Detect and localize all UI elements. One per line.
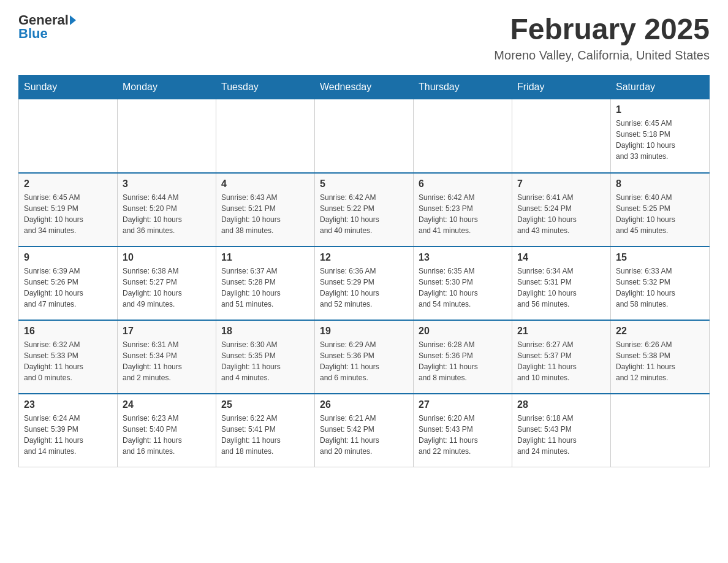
day-number: 9: [24, 252, 112, 263]
day-info: Sunrise: 6:44 AM Sunset: 5:20 PM Dayligh…: [123, 192, 211, 236]
day-info: Sunrise: 6:34 AM Sunset: 5:31 PM Dayligh…: [517, 266, 605, 310]
day-header-sunday: Sunday: [19, 75, 118, 99]
day-info: Sunrise: 6:42 AM Sunset: 5:23 PM Dayligh…: [419, 192, 507, 236]
day-number: 23: [24, 399, 112, 410]
calendar-cell: 21Sunrise: 6:27 AM Sunset: 5:37 PM Dayli…: [512, 320, 611, 394]
day-number: 6: [419, 178, 507, 190]
calendar-cell: [118, 99, 216, 173]
day-header-wednesday: Wednesday: [315, 75, 414, 99]
day-number: 2: [24, 178, 112, 190]
calendar-cell: 8Sunrise: 6:40 AM Sunset: 5:25 PM Daylig…: [611, 173, 710, 247]
calendar-cell: 16Sunrise: 6:32 AM Sunset: 5:33 PM Dayli…: [19, 320, 118, 394]
calendar-cell: 18Sunrise: 6:30 AM Sunset: 5:35 PM Dayli…: [216, 320, 315, 394]
day-number: 19: [320, 326, 408, 337]
calendar-cell: 26Sunrise: 6:21 AM Sunset: 5:42 PM Dayli…: [315, 394, 414, 467]
day-info: Sunrise: 6:18 AM Sunset: 5:43 PM Dayligh…: [517, 413, 605, 457]
day-number: 24: [123, 399, 211, 410]
calendar-cell: 12Sunrise: 6:36 AM Sunset: 5:29 PM Dayli…: [315, 247, 414, 320]
day-header-monday: Monday: [118, 75, 216, 99]
calendar-cell: 24Sunrise: 6:23 AM Sunset: 5:40 PM Dayli…: [118, 394, 216, 467]
day-number: 12: [320, 252, 408, 263]
calendar-cell: [19, 99, 118, 173]
week-row-3: 9Sunrise: 6:39 AM Sunset: 5:26 PM Daylig…: [19, 247, 710, 320]
calendar-cell: 19Sunrise: 6:29 AM Sunset: 5:36 PM Dayli…: [315, 320, 414, 394]
day-number: 26: [320, 399, 408, 410]
day-number: 25: [221, 399, 309, 410]
calendar-cell: 7Sunrise: 6:41 AM Sunset: 5:24 PM Daylig…: [512, 173, 611, 247]
day-info: Sunrise: 6:20 AM Sunset: 5:43 PM Dayligh…: [419, 413, 507, 457]
day-info: Sunrise: 6:38 AM Sunset: 5:27 PM Dayligh…: [123, 266, 211, 310]
calendar-cell: 1Sunrise: 6:45 AM Sunset: 5:18 PM Daylig…: [611, 99, 710, 173]
day-number: 21: [517, 326, 605, 337]
calendar-cell: 14Sunrise: 6:34 AM Sunset: 5:31 PM Dayli…: [512, 247, 611, 320]
day-info: Sunrise: 6:24 AM Sunset: 5:39 PM Dayligh…: [24, 413, 112, 457]
calendar-cell: 28Sunrise: 6:18 AM Sunset: 5:43 PM Dayli…: [512, 394, 611, 467]
calendar-cell: 25Sunrise: 6:22 AM Sunset: 5:41 PM Dayli…: [216, 394, 315, 467]
calendar-cell: 4Sunrise: 6:43 AM Sunset: 5:21 PM Daylig…: [216, 173, 315, 247]
month-title: February 2025: [494, 12, 710, 46]
day-info: Sunrise: 6:30 AM Sunset: 5:35 PM Dayligh…: [221, 339, 309, 383]
logo-arrow-icon: [70, 15, 76, 25]
day-number: 5: [320, 178, 408, 190]
day-headers-row: SundayMondayTuesdayWednesdayThursdayFrid…: [19, 75, 710, 99]
day-info: Sunrise: 6:29 AM Sunset: 5:36 PM Dayligh…: [320, 339, 408, 383]
day-number: 20: [419, 326, 507, 337]
day-number: 8: [616, 178, 704, 190]
day-header-friday: Friday: [512, 75, 611, 99]
calendar-cell: 10Sunrise: 6:38 AM Sunset: 5:27 PM Dayli…: [118, 247, 216, 320]
day-info: Sunrise: 6:37 AM Sunset: 5:28 PM Dayligh…: [221, 266, 309, 310]
calendar-cell: 11Sunrise: 6:37 AM Sunset: 5:28 PM Dayli…: [216, 247, 315, 320]
calendar-cell: 27Sunrise: 6:20 AM Sunset: 5:43 PM Dayli…: [414, 394, 512, 467]
day-info: Sunrise: 6:26 AM Sunset: 5:38 PM Dayligh…: [616, 339, 704, 383]
day-info: Sunrise: 6:45 AM Sunset: 5:19 PM Dayligh…: [24, 192, 112, 236]
day-number: 1: [616, 104, 704, 115]
title-area: February 2025 Moreno Valley, California,…: [494, 12, 710, 63]
calendar-cell: 5Sunrise: 6:42 AM Sunset: 5:22 PM Daylig…: [315, 173, 414, 247]
day-header-saturday: Saturday: [611, 75, 710, 99]
calendar-cell: 17Sunrise: 6:31 AM Sunset: 5:34 PM Dayli…: [118, 320, 216, 394]
day-number: 16: [24, 326, 112, 337]
day-info: Sunrise: 6:39 AM Sunset: 5:26 PM Dayligh…: [24, 266, 112, 310]
week-row-5: 23Sunrise: 6:24 AM Sunset: 5:39 PM Dayli…: [19, 394, 710, 467]
day-header-tuesday: Tuesday: [216, 75, 315, 99]
day-info: Sunrise: 6:27 AM Sunset: 5:37 PM Dayligh…: [517, 339, 605, 383]
logo-blue-text: Blue: [18, 26, 48, 42]
day-info: Sunrise: 6:41 AM Sunset: 5:24 PM Dayligh…: [517, 192, 605, 236]
calendar-cell: 13Sunrise: 6:35 AM Sunset: 5:30 PM Dayli…: [414, 247, 512, 320]
day-number: 7: [517, 178, 605, 190]
day-number: 11: [221, 252, 309, 263]
calendar-cell: 20Sunrise: 6:28 AM Sunset: 5:36 PM Dayli…: [414, 320, 512, 394]
location-title: Moreno Valley, California, United States: [494, 48, 710, 63]
week-row-4: 16Sunrise: 6:32 AM Sunset: 5:33 PM Dayli…: [19, 320, 710, 394]
day-info: Sunrise: 6:21 AM Sunset: 5:42 PM Dayligh…: [320, 413, 408, 457]
page-header: General Blue February 2025 Moreno Valley…: [18, 12, 710, 63]
day-info: Sunrise: 6:35 AM Sunset: 5:30 PM Dayligh…: [419, 266, 507, 310]
day-number: 10: [123, 252, 211, 263]
calendar-cell: 23Sunrise: 6:24 AM Sunset: 5:39 PM Dayli…: [19, 394, 118, 467]
day-info: Sunrise: 6:42 AM Sunset: 5:22 PM Dayligh…: [320, 192, 408, 236]
logo: General Blue: [18, 12, 76, 42]
calendar-cell: 2Sunrise: 6:45 AM Sunset: 5:19 PM Daylig…: [19, 173, 118, 247]
day-number: 22: [616, 326, 704, 337]
day-info: Sunrise: 6:22 AM Sunset: 5:41 PM Dayligh…: [221, 413, 309, 457]
calendar-cell: 15Sunrise: 6:33 AM Sunset: 5:32 PM Dayli…: [611, 247, 710, 320]
day-number: 28: [517, 399, 605, 410]
day-header-thursday: Thursday: [414, 75, 512, 99]
calendar-cell: [414, 99, 512, 173]
calendar-cell: [315, 99, 414, 173]
day-number: 13: [419, 252, 507, 263]
day-info: Sunrise: 6:43 AM Sunset: 5:21 PM Dayligh…: [221, 192, 309, 236]
day-number: 3: [123, 178, 211, 190]
calendar-cell: 3Sunrise: 6:44 AM Sunset: 5:20 PM Daylig…: [118, 173, 216, 247]
day-number: 4: [221, 178, 309, 190]
calendar-cell: 22Sunrise: 6:26 AM Sunset: 5:38 PM Dayli…: [611, 320, 710, 394]
calendar-cell: [216, 99, 315, 173]
calendar-cell: 6Sunrise: 6:42 AM Sunset: 5:23 PM Daylig…: [414, 173, 512, 247]
calendar-table: SundayMondayTuesdayWednesdayThursdayFrid…: [18, 75, 710, 467]
day-number: 14: [517, 252, 605, 263]
day-info: Sunrise: 6:28 AM Sunset: 5:36 PM Dayligh…: [419, 339, 507, 383]
calendar-cell: [512, 99, 611, 173]
day-info: Sunrise: 6:36 AM Sunset: 5:29 PM Dayligh…: [320, 266, 408, 310]
calendar-cell: 9Sunrise: 6:39 AM Sunset: 5:26 PM Daylig…: [19, 247, 118, 320]
day-info: Sunrise: 6:31 AM Sunset: 5:34 PM Dayligh…: [123, 339, 211, 383]
